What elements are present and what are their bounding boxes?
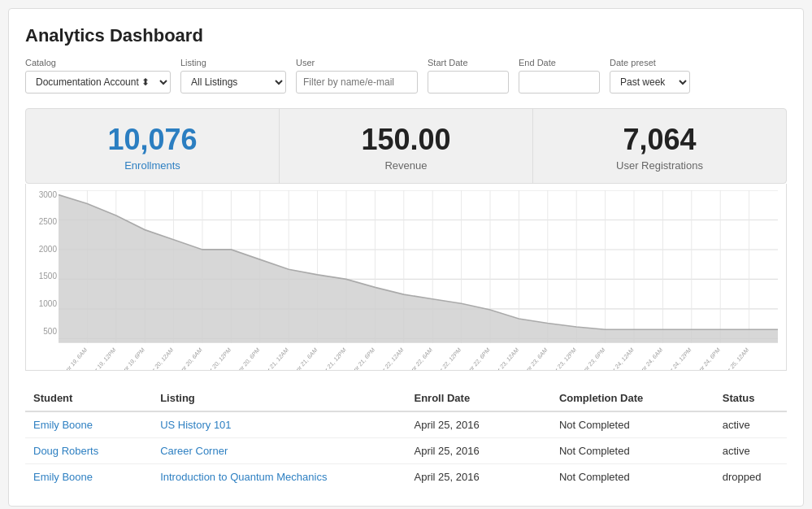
- listing-link-1[interactable]: Career Corner: [160, 445, 228, 457]
- cell-enroll-2: April 25, 2016: [406, 463, 550, 489]
- revenue-value: 150.00: [288, 124, 524, 156]
- listing-select[interactable]: All Listings: [180, 71, 286, 94]
- svg-text:Apr 25, 12AM: Apr 25, 12AM: [722, 346, 750, 370]
- metrics-row: 10,076 Enrollments 150.00 Revenue 7,064 …: [25, 108, 787, 184]
- start-date-label: Start Date: [428, 58, 509, 67]
- page-wrapper: Analytics Dashboard Catalog Documentatio…: [8, 8, 804, 507]
- cell-student-0: Emily Boone: [25, 411, 152, 438]
- svg-text:Apr 19, 12AM: Apr 19, 12AM: [59, 346, 59, 370]
- date-preset-filter: Date preset Past week Past month Past ye…: [610, 58, 690, 94]
- registrations-label: User Registrations: [541, 159, 778, 172]
- svg-text:Apr 20, 12AM: Apr 20, 12AM: [146, 346, 175, 370]
- svg-text:Apr 23, 6PM: Apr 23, 6PM: [580, 346, 606, 370]
- user-filter: User: [296, 58, 418, 94]
- cell-status-2: dropped: [714, 463, 787, 489]
- cell-completion-2: Not Completed: [551, 463, 714, 489]
- preset-label: Date preset: [610, 58, 690, 67]
- svg-text:Apr 20, 12PM: Apr 20, 12PM: [204, 346, 232, 370]
- student-link-2[interactable]: Emily Boone: [33, 471, 93, 483]
- start-date-input[interactable]: 04/19/2016: [428, 71, 509, 94]
- preset-select[interactable]: Past week Past month Past year Custom: [610, 71, 690, 94]
- page-title: Analytics Dashboard: [25, 25, 787, 46]
- cell-student-1: Doug Roberts: [25, 437, 152, 463]
- y-label-2000: 2000: [28, 245, 57, 254]
- y-label-3000: 3000: [28, 190, 57, 199]
- listing-link-0[interactable]: US History 101: [160, 419, 231, 431]
- y-label-1000: 1000: [28, 299, 57, 308]
- catalog-filter: Catalog Documentation Account ⬍: [25, 58, 171, 94]
- svg-text:Apr 22, 12AM: Apr 22, 12AM: [376, 346, 405, 370]
- enrollments-value: 10,076: [34, 124, 271, 156]
- y-label-1500: 1500: [28, 272, 57, 281]
- svg-text:Apr 21, 6PM: Apr 21, 6PM: [350, 346, 376, 370]
- chart-container: 3000 2500 2000 1500 1000 500: [25, 184, 787, 371]
- listing-filter: Listing All Listings: [180, 58, 286, 94]
- cell-enroll-0: April 25, 2016: [406, 411, 550, 438]
- svg-text:Apr 21, 6AM: Apr 21, 6AM: [293, 346, 319, 370]
- data-table: Student Listing Enroll Date Completion D…: [25, 385, 787, 489]
- svg-text:Apr 21, 12AM: Apr 21, 12AM: [261, 346, 289, 370]
- catalog-select[interactable]: Documentation Account ⬍: [25, 71, 171, 94]
- cell-listing-2: Introduction to Quantum Mechanics: [152, 463, 406, 489]
- svg-text:Apr 23, 6AM: Apr 23, 6AM: [523, 346, 549, 370]
- svg-text:Apr 19, 12PM: Apr 19, 12PM: [89, 346, 117, 370]
- table-row: Doug Roberts Career Corner April 25, 201…: [25, 437, 787, 463]
- user-input[interactable]: [296, 71, 418, 94]
- svg-text:Apr 22, 6PM: Apr 22, 6PM: [465, 346, 491, 370]
- chart-svg: Apr 19, 12AM Apr 19, 6AM Apr 19, 12PM Ap…: [59, 190, 778, 370]
- th-enroll-date: Enroll Date: [406, 385, 550, 411]
- registrations-card: 7,064 User Registrations: [533, 109, 786, 183]
- svg-text:Apr 22, 12PM: Apr 22, 12PM: [434, 346, 462, 370]
- revenue-card: 150.00 Revenue: [280, 109, 533, 183]
- svg-text:Apr 22, 6AM: Apr 22, 6AM: [407, 346, 433, 370]
- end-date-filter: End Date 04/26/2016: [519, 58, 600, 94]
- svg-text:Apr 19, 6PM: Apr 19, 6PM: [119, 346, 145, 370]
- cell-completion-0: Not Completed: [551, 411, 714, 438]
- y-axis: 3000 2500 2000 1500 1000 500: [28, 190, 57, 336]
- th-listing: Listing: [152, 385, 406, 411]
- enrollments-label: Enrollments: [34, 159, 271, 172]
- svg-text:Apr 21, 12PM: Apr 21, 12PM: [319, 346, 347, 370]
- y-label-500: 500: [28, 327, 57, 336]
- th-student: Student: [25, 385, 152, 411]
- svg-marker-30: [59, 194, 778, 342]
- end-date-input[interactable]: 04/26/2016: [519, 71, 600, 94]
- svg-text:Apr 23, 12PM: Apr 23, 12PM: [549, 346, 577, 370]
- svg-text:Apr 20, 6AM: Apr 20, 6AM: [177, 346, 203, 370]
- table-header-row: Student Listing Enroll Date Completion D…: [25, 385, 787, 411]
- svg-text:Apr 23, 12AM: Apr 23, 12AM: [492, 346, 520, 370]
- student-link-1[interactable]: Doug Roberts: [33, 445, 98, 457]
- user-label: User: [296, 58, 418, 67]
- registrations-value: 7,064: [541, 124, 778, 156]
- y-label-2500: 2500: [28, 217, 57, 226]
- cell-student-2: Emily Boone: [25, 463, 152, 489]
- listing-label: Listing: [180, 58, 286, 67]
- svg-text:Apr 24, 6AM: Apr 24, 6AM: [637, 346, 663, 370]
- svg-text:Apr 24, 6PM: Apr 24, 6PM: [695, 346, 721, 370]
- th-completion-date: Completion Date: [551, 385, 714, 411]
- cell-listing-0: US History 101: [152, 411, 406, 438]
- revenue-label: Revenue: [288, 159, 524, 172]
- svg-text:Apr 24, 12PM: Apr 24, 12PM: [664, 346, 693, 370]
- svg-text:Apr 24, 12AM: Apr 24, 12AM: [606, 346, 635, 370]
- listing-link-2[interactable]: Introduction to Quantum Mechanics: [160, 471, 327, 483]
- filters-row: Catalog Documentation Account ⬍ Listing …: [25, 58, 787, 94]
- table-row: Emily Boone US History 101 April 25, 201…: [25, 411, 787, 438]
- svg-text:Apr 20, 6PM: Apr 20, 6PM: [235, 346, 261, 370]
- svg-text:Apr 19, 6AM: Apr 19, 6AM: [62, 346, 88, 370]
- cell-status-1: active: [714, 437, 787, 463]
- table-row: Emily Boone Introduction to Quantum Mech…: [25, 463, 787, 489]
- cell-status-0: active: [714, 411, 787, 438]
- start-date-filter: Start Date 04/19/2016: [428, 58, 509, 94]
- student-link-0[interactable]: Emily Boone: [33, 419, 93, 431]
- cell-enroll-1: April 25, 2016: [406, 437, 550, 463]
- th-status: Status: [714, 385, 787, 411]
- end-date-label: End Date: [519, 58, 600, 67]
- catalog-label: Catalog: [25, 58, 171, 67]
- cell-listing-1: Career Corner: [152, 437, 406, 463]
- cell-completion-1: Not Completed: [551, 437, 714, 463]
- enrollments-card: 10,076 Enrollments: [26, 109, 280, 183]
